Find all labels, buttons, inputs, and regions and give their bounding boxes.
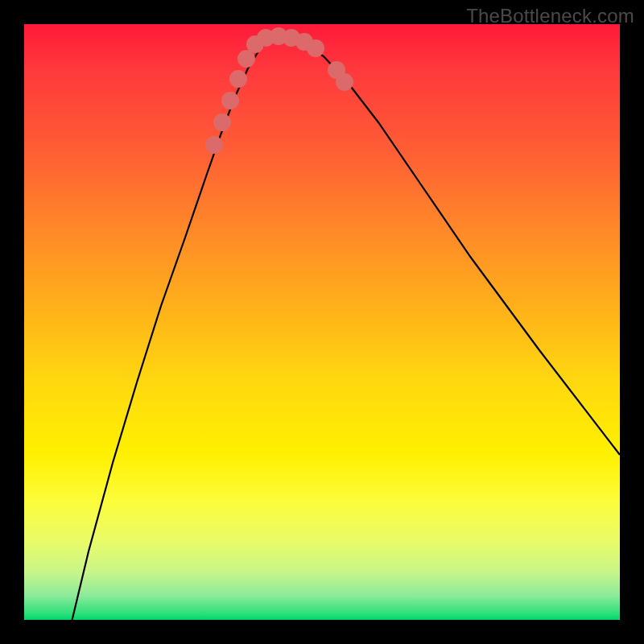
curve-marker (229, 70, 247, 88)
bottleneck-curve (64, 38, 620, 644)
curve-markers (205, 27, 353, 154)
curve-marker (213, 114, 231, 131)
curve-marker (307, 39, 324, 57)
plot-area (24, 24, 620, 620)
curve-marker (336, 73, 353, 91)
curve-marker (221, 92, 239, 109)
chart-svg (24, 24, 620, 620)
outer-frame: TheBottleneck.com (0, 0, 644, 644)
curve-marker (205, 136, 223, 154)
